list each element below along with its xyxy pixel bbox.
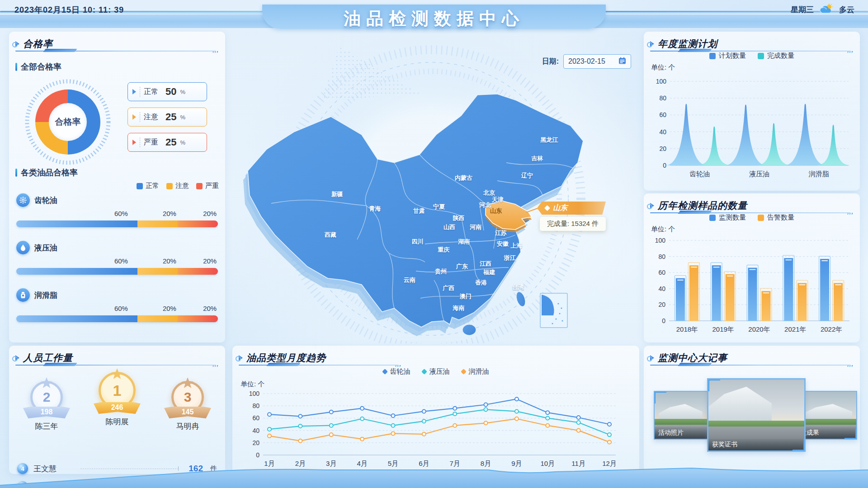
point-齿轮油-1月[interactable] xyxy=(268,413,271,416)
point-液压油-6月[interactable] xyxy=(422,419,426,423)
province-label-福建[interactable]: 福建 xyxy=(483,268,495,277)
spike-润滑脂-计划数量[interactable] xyxy=(785,104,825,166)
bar-2018年-告警数量[interactable] xyxy=(689,265,698,321)
point-润滑油-8月[interactable] xyxy=(484,421,488,425)
china-map[interactable] xyxy=(226,27,642,343)
province-label-四川[interactable]: 四川 xyxy=(411,238,423,246)
legend-item-齿轮油[interactable]: 齿轮油 xyxy=(383,367,410,376)
point-齿轮油-3月[interactable] xyxy=(330,410,333,414)
legend-item-正常[interactable]: 正常 xyxy=(137,182,159,190)
province-label-新疆[interactable]: 新疆 xyxy=(331,190,343,198)
point-润滑油-4月[interactable] xyxy=(360,437,364,441)
legend-item-完成数量[interactable]: 完成数量 xyxy=(758,52,794,60)
province-label-吉林[interactable]: 吉林 xyxy=(531,155,543,163)
province-label-澳门[interactable]: 澳门 xyxy=(460,292,472,300)
point-齿轮油-8月[interactable] xyxy=(484,403,488,406)
province-label-内蒙古[interactable]: 内蒙古 xyxy=(455,174,472,182)
point-润滑油-3月[interactable] xyxy=(330,433,333,436)
point-液压油-5月[interactable] xyxy=(391,424,395,427)
donut-chart[interactable]: 合格率 xyxy=(35,89,100,155)
point-液压油-2月[interactable] xyxy=(298,424,302,428)
point-液压油-7月[interactable] xyxy=(453,412,457,416)
province-label-黑龙江[interactable]: 黑龙江 xyxy=(540,136,558,144)
point-润滑油-10月[interactable] xyxy=(546,424,549,427)
point-液压油-4月[interactable] xyxy=(360,417,364,421)
hainan-island[interactable] xyxy=(462,324,476,335)
point-润滑油-9月[interactable] xyxy=(515,417,519,421)
date-value[interactable]: 2023-02-15 xyxy=(568,57,605,66)
province-label-陕西[interactable]: 陕西 xyxy=(453,214,464,222)
bar-2020年-监测数量[interactable] xyxy=(748,268,757,321)
point-齿轮油-12月[interactable] xyxy=(608,422,611,426)
bar-2019年-告警数量[interactable] xyxy=(726,274,735,321)
province-label-云南[interactable]: 云南 xyxy=(404,276,415,284)
annual-plan-chart[interactable]: 020406080100齿轮油液压油润滑脂 xyxy=(647,71,854,187)
point-齿轮油-5月[interactable] xyxy=(391,414,395,418)
point-润滑油-5月[interactable] xyxy=(391,432,395,435)
bar-2019年-监测数量[interactable] xyxy=(712,265,721,321)
spike-齿轮油-计划数量[interactable] xyxy=(666,104,706,166)
point-润滑油-6月[interactable] xyxy=(422,432,426,436)
point-液压油-9月[interactable] xyxy=(515,409,519,413)
province-label-贵州[interactable]: 贵州 xyxy=(435,267,447,276)
spike-齿轮油-完成数量[interactable] xyxy=(698,127,731,165)
point-液压油-3月[interactable] xyxy=(330,424,333,427)
province-label-湖南[interactable]: 湖南 xyxy=(458,238,470,246)
province-label-天津[interactable]: 天津 xyxy=(492,196,504,204)
history-chart[interactable]: 0204060801002018年2019年2020年2021年2022年 xyxy=(647,232,854,341)
spike-液压油-计划数量[interactable] xyxy=(726,104,766,165)
bar-2020年-告警数量[interactable] xyxy=(762,291,771,321)
point-齿轮油-9月[interactable] xyxy=(515,397,519,401)
province-label-江苏[interactable]: 江苏 xyxy=(495,229,507,237)
point-润滑油-12月[interactable] xyxy=(608,440,611,444)
province-label-香港[interactable]: 香港 xyxy=(475,279,487,287)
legend-item-计划数量[interactable]: 计划数量 xyxy=(709,52,746,60)
province-label-海南[interactable]: 海南 xyxy=(453,304,464,312)
point-润滑油-2月[interactable] xyxy=(298,439,302,443)
province-label-辽宁[interactable]: 辽宁 xyxy=(521,172,533,180)
province-label-重庆[interactable]: 重庆 xyxy=(438,246,449,254)
line-润滑油[interactable] xyxy=(269,419,609,442)
point-齿轮油-11月[interactable] xyxy=(577,416,580,419)
point-液压油-1月[interactable] xyxy=(268,427,271,431)
point-液压油-12月[interactable] xyxy=(608,433,611,436)
trend-chart[interactable]: 0204060801001月2月3月4月5月6月7月8月9月10月11月12月 xyxy=(233,387,631,471)
bar-2021年-监测数量[interactable] xyxy=(784,258,793,321)
point-液压油-11月[interactable] xyxy=(577,421,580,424)
bar-2022年-监测数量[interactable] xyxy=(820,259,829,321)
point-齿轮油-2月[interactable] xyxy=(298,414,302,418)
calendar-icon[interactable] xyxy=(618,57,626,66)
point-润滑油-7月[interactable] xyxy=(453,424,457,427)
point-齿轮油-4月[interactable] xyxy=(360,407,364,410)
point-齿轮油-10月[interactable] xyxy=(546,411,549,414)
carousel-photo-center[interactable]: 获奖证书 xyxy=(707,378,806,452)
province-label-上海[interactable]: 上海 xyxy=(510,242,522,250)
date-picker[interactable]: 2023-02-15 xyxy=(563,54,631,69)
point-润滑油-11月[interactable] xyxy=(577,429,580,432)
point-齿轮油-6月[interactable] xyxy=(422,409,426,413)
province-label-江西[interactable]: 江西 xyxy=(480,260,491,268)
bar-2018年-监测数量[interactable] xyxy=(676,278,685,321)
legend-item-监测数量[interactable]: 监测数量 xyxy=(709,213,746,222)
province-label-西藏[interactable]: 西藏 xyxy=(325,231,336,239)
province-label-安徽[interactable]: 安徽 xyxy=(497,240,509,248)
province-label-山东[interactable]: 山东 xyxy=(490,207,502,215)
province-label-河北[interactable]: 河北 xyxy=(479,201,491,209)
province-label-广东[interactable]: 广东 xyxy=(456,263,468,271)
point-齿轮油-7月[interactable] xyxy=(453,407,457,410)
bar-2022年-告警数量[interactable] xyxy=(834,283,843,321)
spike-液压油-完成数量[interactable] xyxy=(758,123,790,165)
province-label-台湾[interactable]: 台湾 xyxy=(512,283,524,291)
province-label-青海[interactable]: 青海 xyxy=(369,205,381,213)
legend-item-严重[interactable]: 严重 xyxy=(196,182,219,190)
point-液压油-10月[interactable] xyxy=(546,416,549,420)
legend-item-润滑油[interactable]: 润滑油 xyxy=(462,367,489,376)
province-label-广西[interactable]: 广西 xyxy=(443,284,454,292)
province-label-山西[interactable]: 山西 xyxy=(443,223,455,231)
province-label-甘肃[interactable]: 甘肃 xyxy=(413,207,425,215)
point-润滑油-1月[interactable] xyxy=(268,434,271,438)
province-label-河南[interactable]: 河南 xyxy=(470,223,481,231)
province-label-浙江[interactable]: 浙江 xyxy=(504,254,515,262)
province-label-宁夏[interactable]: 宁夏 xyxy=(433,203,445,211)
point-液压油-8月[interactable] xyxy=(484,408,488,411)
